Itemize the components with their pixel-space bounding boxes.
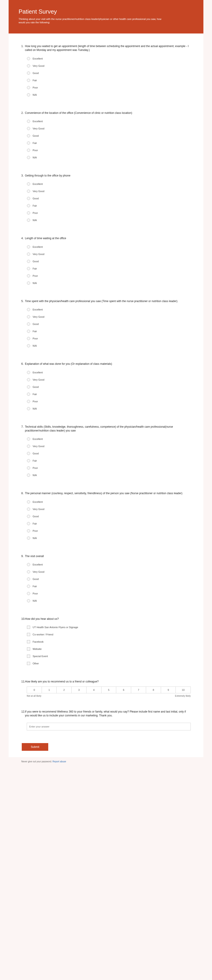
radio-option[interactable]: Very Good xyxy=(27,376,191,383)
question-1: 1.How long you waited to get an appointm… xyxy=(21,45,191,99)
radio-option[interactable]: Very Good xyxy=(27,250,191,258)
option-label: Fair xyxy=(33,393,37,396)
option-label: Other xyxy=(33,662,39,665)
open-answer-input[interactable] xyxy=(27,723,191,730)
radio-option[interactable]: N/A xyxy=(27,597,191,605)
radio-option[interactable]: Excellent xyxy=(27,498,191,506)
nps-cell-0[interactable]: 0 xyxy=(27,687,42,693)
nps-cell-9[interactable]: 9 xyxy=(161,687,176,693)
radio-option[interactable]: Very Good xyxy=(27,188,191,195)
radio-option[interactable]: N/A xyxy=(27,154,191,161)
radio-icon xyxy=(27,86,30,89)
radio-option[interactable]: Fair xyxy=(27,583,191,590)
radio-option[interactable]: N/A xyxy=(27,91,191,99)
question-title: Convenience of the location of the offic… xyxy=(25,111,191,115)
nps-cell-7[interactable]: 7 xyxy=(131,687,146,693)
radio-option[interactable]: Poor xyxy=(27,464,191,472)
checkbox-option[interactable]: Other xyxy=(27,660,191,667)
option-label: N/A xyxy=(33,94,37,96)
option-label: Fair xyxy=(33,459,37,462)
radio-option[interactable]: Good xyxy=(27,576,191,583)
radio-option[interactable]: Good xyxy=(27,70,191,77)
checkbox-option[interactable]: Co-worker / Friend xyxy=(27,631,191,638)
nps-cell-8[interactable]: 8 xyxy=(146,687,161,693)
option-label: N/A xyxy=(33,344,37,347)
radio-option[interactable]: N/A xyxy=(27,280,191,287)
nps-cell-3[interactable]: 3 xyxy=(72,687,86,693)
radio-option[interactable]: Good xyxy=(27,450,191,457)
radio-icon xyxy=(27,500,30,504)
radio-option[interactable]: N/A xyxy=(27,216,191,224)
radio-option[interactable]: Excellent xyxy=(27,55,191,62)
nps-cell-5[interactable]: 5 xyxy=(102,687,116,693)
radio-option[interactable]: Excellent xyxy=(27,243,191,250)
radio-option[interactable]: Very Good xyxy=(27,313,191,320)
radio-option[interactable]: Excellent xyxy=(27,369,191,376)
checkbox-option[interactable]: Special Event xyxy=(27,652,191,660)
radio-option[interactable]: Fair xyxy=(27,457,191,464)
submit-button[interactable]: Submit xyxy=(22,743,48,751)
radio-option[interactable]: Good xyxy=(27,132,191,139)
radio-option[interactable]: Poor xyxy=(27,272,191,280)
radio-option[interactable]: Very Good xyxy=(27,62,191,70)
radio-option[interactable]: Excellent xyxy=(27,561,191,568)
nps-cell-4[interactable]: 4 xyxy=(86,687,102,693)
radio-option[interactable]: Very Good xyxy=(27,125,191,132)
radio-icon xyxy=(27,274,30,278)
radio-icon xyxy=(27,315,30,318)
radio-option[interactable]: N/A xyxy=(27,405,191,412)
radio-option[interactable]: Fair xyxy=(27,77,191,84)
nps-cell-6[interactable]: 6 xyxy=(116,687,131,693)
radio-icon xyxy=(27,522,30,525)
radio-option[interactable]: Excellent xyxy=(27,435,191,442)
radio-option[interactable]: Very Good xyxy=(27,506,191,513)
radio-option[interactable]: Poor xyxy=(27,146,191,154)
checkbox-option[interactable]: Website xyxy=(27,645,191,652)
radio-option[interactable]: Excellent xyxy=(27,306,191,313)
nps-cell-1[interactable]: 1 xyxy=(42,687,57,693)
nps-cell-2[interactable]: 2 xyxy=(57,687,72,693)
radio-option[interactable]: Poor xyxy=(27,209,191,216)
radio-option[interactable]: Very Good xyxy=(27,568,191,576)
radio-option[interactable]: N/A xyxy=(27,535,191,542)
checkbox-option[interactable]: UT Health San Antonio Flyers or Signage xyxy=(27,624,191,631)
radio-option[interactable]: Fair xyxy=(27,265,191,272)
question-8: 8.The personal manner (courtesy, respect… xyxy=(21,492,191,541)
radio-option[interactable]: Fair xyxy=(27,391,191,398)
radio-option[interactable]: Poor xyxy=(27,84,191,91)
radio-option[interactable]: N/A xyxy=(27,472,191,479)
radio-option[interactable]: Excellent xyxy=(27,118,191,125)
radio-option[interactable]: Fair xyxy=(27,520,191,527)
radio-option[interactable]: Good xyxy=(27,513,191,520)
radio-icon xyxy=(27,189,30,193)
option-label: Website xyxy=(33,648,41,650)
question-title: Length of time waiting at the office xyxy=(25,237,191,240)
radio-option[interactable]: Poor xyxy=(27,335,191,342)
radio-option[interactable]: Fair xyxy=(27,202,191,209)
radio-option[interactable]: Fair xyxy=(27,328,191,335)
option-label: N/A xyxy=(33,537,37,539)
radio-option[interactable]: Good xyxy=(27,383,191,391)
nps-cell-10[interactable]: 10 xyxy=(176,687,190,693)
radio-option[interactable]: Good xyxy=(27,320,191,328)
radio-icon xyxy=(27,182,30,186)
radio-icon xyxy=(27,127,30,130)
radio-icon xyxy=(27,378,30,382)
option-label: Excellent xyxy=(33,501,43,503)
report-abuse-link[interactable]: Report abuse xyxy=(53,760,66,763)
radio-option[interactable]: Poor xyxy=(27,398,191,405)
radio-option[interactable]: N/A xyxy=(27,342,191,349)
radio-option[interactable]: Excellent xyxy=(27,180,191,188)
question-2: 2.Convenience of the location of the off… xyxy=(21,111,191,161)
radio-option[interactable]: Poor xyxy=(27,527,191,535)
radio-option[interactable]: Fair xyxy=(27,139,191,146)
radio-icon xyxy=(27,156,30,159)
checkbox-option[interactable]: Facebook xyxy=(27,638,191,645)
radio-icon xyxy=(27,515,30,518)
radio-option[interactable]: Good xyxy=(27,258,191,265)
radio-option[interactable]: Poor xyxy=(27,590,191,597)
radio-icon xyxy=(27,392,30,396)
footer-note: Never give out your password. Report abu… xyxy=(9,757,203,763)
radio-option[interactable]: Very Good xyxy=(27,442,191,450)
radio-option[interactable]: Good xyxy=(27,195,191,202)
